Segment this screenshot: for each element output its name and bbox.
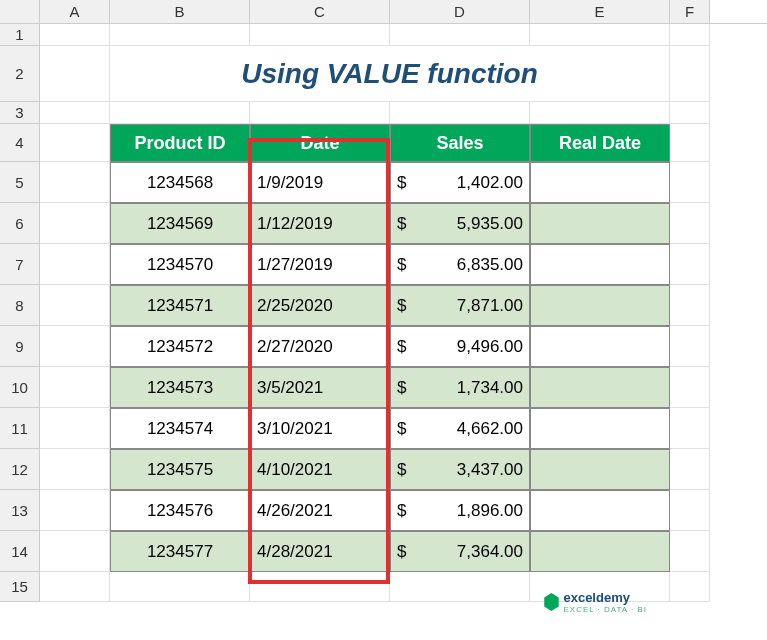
- col-header-F[interactable]: F: [670, 0, 710, 23]
- cell-real-date[interactable]: [530, 449, 670, 490]
- cell-D3[interactable]: [390, 102, 530, 124]
- corner-cell[interactable]: [0, 0, 40, 23]
- cell-product-id[interactable]: 1234574: [110, 408, 250, 449]
- cell-B3[interactable]: [110, 102, 250, 124]
- row-label-3[interactable]: 3: [0, 102, 40, 124]
- cell-real-date[interactable]: [530, 531, 670, 572]
- cell-F5[interactable]: [670, 162, 710, 203]
- cell-F3[interactable]: [670, 102, 710, 124]
- cell-product-id[interactable]: 1234575: [110, 449, 250, 490]
- cell-A11[interactable]: [40, 408, 110, 449]
- cell-date[interactable]: 1/9/2019: [250, 162, 390, 203]
- cell-F2[interactable]: [670, 46, 710, 102]
- cell-sales[interactable]: $9,496.00: [390, 326, 530, 367]
- cell-F8[interactable]: [670, 285, 710, 326]
- cell-A2[interactable]: [40, 46, 110, 102]
- cell-A12[interactable]: [40, 449, 110, 490]
- cell-date[interactable]: 4/28/2021: [250, 531, 390, 572]
- cell-C15[interactable]: [250, 572, 390, 602]
- cell-F6[interactable]: [670, 203, 710, 244]
- cell-F10[interactable]: [670, 367, 710, 408]
- cell-date[interactable]: 4/10/2021: [250, 449, 390, 490]
- row-label-13[interactable]: 13: [0, 490, 40, 531]
- cell-F4[interactable]: [670, 124, 710, 162]
- cell-A5[interactable]: [40, 162, 110, 203]
- cell-date[interactable]: 1/27/2019: [250, 244, 390, 285]
- header-product-id[interactable]: Product ID: [110, 124, 250, 162]
- row-label-10[interactable]: 10: [0, 367, 40, 408]
- row-label-14[interactable]: 14: [0, 531, 40, 572]
- cell-D1[interactable]: [390, 24, 530, 46]
- row-label-1[interactable]: 1: [0, 24, 40, 46]
- cell-F9[interactable]: [670, 326, 710, 367]
- cell-sales[interactable]: $1,896.00: [390, 490, 530, 531]
- cell-real-date[interactable]: [530, 285, 670, 326]
- row-label-2[interactable]: 2: [0, 46, 40, 102]
- header-real-date[interactable]: Real Date: [530, 124, 670, 162]
- row-label-12[interactable]: 12: [0, 449, 40, 490]
- cell-sales[interactable]: $7,364.00: [390, 531, 530, 572]
- cell-A9[interactable]: [40, 326, 110, 367]
- row-label-4[interactable]: 4: [0, 124, 40, 162]
- col-header-B[interactable]: B: [110, 0, 250, 23]
- cell-date[interactable]: 3/5/2021: [250, 367, 390, 408]
- row-label-6[interactable]: 6: [0, 203, 40, 244]
- cell-date[interactable]: 2/25/2020: [250, 285, 390, 326]
- cell-sales[interactable]: $1,402.00: [390, 162, 530, 203]
- cell-B1[interactable]: [110, 24, 250, 46]
- cell-real-date[interactable]: [530, 490, 670, 531]
- title-cell[interactable]: Using VALUE function: [110, 46, 670, 102]
- cell-B15[interactable]: [110, 572, 250, 602]
- col-header-E[interactable]: E: [530, 0, 670, 23]
- cell-E1[interactable]: [530, 24, 670, 46]
- cell-product-id[interactable]: 1234576: [110, 490, 250, 531]
- cell-sales[interactable]: $5,935.00: [390, 203, 530, 244]
- cell-F11[interactable]: [670, 408, 710, 449]
- row-label-8[interactable]: 8: [0, 285, 40, 326]
- cell-real-date[interactable]: [530, 367, 670, 408]
- cell-A3[interactable]: [40, 102, 110, 124]
- cell-F7[interactable]: [670, 244, 710, 285]
- cell-date[interactable]: 2/27/2020: [250, 326, 390, 367]
- cell-A1[interactable]: [40, 24, 110, 46]
- cell-sales[interactable]: $4,662.00: [390, 408, 530, 449]
- cell-date[interactable]: 3/10/2021: [250, 408, 390, 449]
- row-label-9[interactable]: 9: [0, 326, 40, 367]
- cell-E3[interactable]: [530, 102, 670, 124]
- cell-A15[interactable]: [40, 572, 110, 602]
- cell-F15[interactable]: [670, 572, 710, 602]
- cell-sales[interactable]: $6,835.00: [390, 244, 530, 285]
- cell-product-id[interactable]: 1234570: [110, 244, 250, 285]
- cell-product-id[interactable]: 1234577: [110, 531, 250, 572]
- cell-A7[interactable]: [40, 244, 110, 285]
- cell-real-date[interactable]: [530, 326, 670, 367]
- cell-product-id[interactable]: 1234569: [110, 203, 250, 244]
- cell-real-date[interactable]: [530, 162, 670, 203]
- cell-sales[interactable]: $3,437.00: [390, 449, 530, 490]
- cell-A14[interactable]: [40, 531, 110, 572]
- cell-date[interactable]: 1/12/2019: [250, 203, 390, 244]
- cell-product-id[interactable]: 1234573: [110, 367, 250, 408]
- cell-F13[interactable]: [670, 490, 710, 531]
- cell-real-date[interactable]: [530, 203, 670, 244]
- col-header-C[interactable]: C: [250, 0, 390, 23]
- col-header-A[interactable]: A: [40, 0, 110, 23]
- cell-product-id[interactable]: 1234572: [110, 326, 250, 367]
- cell-product-id[interactable]: 1234571: [110, 285, 250, 326]
- cell-A13[interactable]: [40, 490, 110, 531]
- cell-C3[interactable]: [250, 102, 390, 124]
- header-date[interactable]: Date: [250, 124, 390, 162]
- row-label-7[interactable]: 7: [0, 244, 40, 285]
- cell-F12[interactable]: [670, 449, 710, 490]
- cell-real-date[interactable]: [530, 408, 670, 449]
- row-label-11[interactable]: 11: [0, 408, 40, 449]
- row-label-15[interactable]: 15: [0, 572, 40, 602]
- cell-D15[interactable]: [390, 572, 530, 602]
- cell-A10[interactable]: [40, 367, 110, 408]
- cell-date[interactable]: 4/26/2021: [250, 490, 390, 531]
- cell-sales[interactable]: $7,871.00: [390, 285, 530, 326]
- header-sales[interactable]: Sales: [390, 124, 530, 162]
- cell-C1[interactable]: [250, 24, 390, 46]
- col-header-D[interactable]: D: [390, 0, 530, 23]
- cell-A6[interactable]: [40, 203, 110, 244]
